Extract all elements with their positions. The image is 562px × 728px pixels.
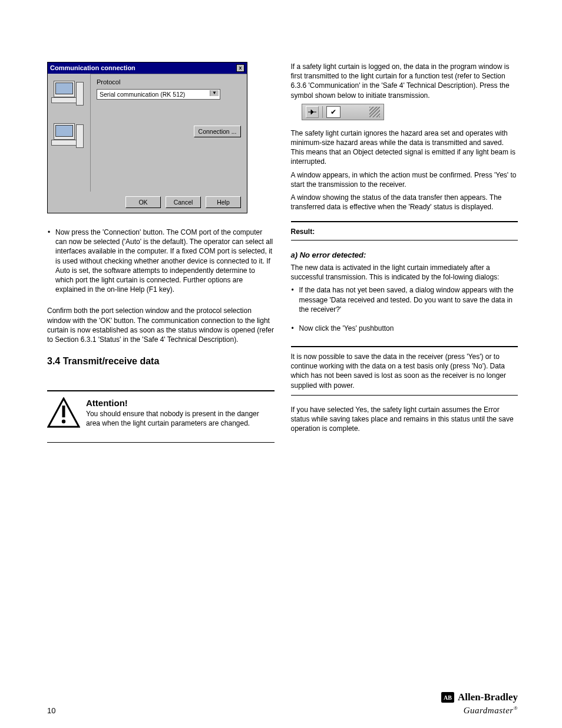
- svg-point-2: [62, 419, 65, 423]
- brand-sub-text: Guardmaster: [464, 706, 514, 715]
- right-column: If a safety light curtain is logged on, …: [291, 62, 518, 613]
- body-text: A window showing the status of the data …: [291, 193, 518, 212]
- warning-triangle-icon: [47, 397, 80, 428]
- rule-line: [291, 240, 518, 241]
- body-text: The new data is activated in the light c…: [291, 263, 518, 282]
- help-button[interactable]: Help: [206, 196, 241, 208]
- rule-line: [47, 390, 275, 391]
- dialog-icon-column: [48, 74, 90, 192]
- body-text: Now click the 'Yes' pushbutton: [299, 324, 394, 333]
- connection-button[interactable]: Connection ...: [194, 126, 241, 137]
- dialog-body: Protocol Serial communication (RK 512) C…: [48, 74, 247, 192]
- body-text: If the data has not yet been saved, a di…: [299, 285, 518, 314]
- brand-logo: AB Allen-Bradley Guardmaster®: [441, 691, 518, 716]
- body-text: The safety light curtain ignores the haz…: [291, 129, 518, 167]
- rule-line: [291, 221, 518, 222]
- dialog-title: Communication connection: [50, 64, 135, 73]
- bullet-dot-icon: •: [291, 285, 295, 318]
- body-text: Now press the 'Connection' button. The C…: [55, 228, 275, 294]
- computer-icon: [50, 120, 83, 150]
- ruled-section: Result:: [291, 221, 518, 241]
- rule-line: [291, 346, 518, 347]
- page-number: 10: [47, 706, 55, 716]
- body-text: It is now possible to save the data in t…: [291, 352, 518, 390]
- bullet-dot-icon: •: [291, 324, 295, 337]
- svg-rect-1: [62, 406, 65, 417]
- body-text: A window appears, in which the action mu…: [291, 170, 518, 189]
- section-heading: 3.4 Transmit/receive data: [47, 355, 275, 368]
- attention-text: You should ensure that nobody is present…: [86, 409, 275, 428]
- toolbar-graphic: ✔: [302, 104, 384, 120]
- bullet-item: • Now click the 'Yes' pushbutton: [291, 324, 518, 337]
- protocol-group-label: Protocol: [97, 78, 241, 87]
- brand-subline: Guardmaster®: [441, 704, 518, 716]
- page-footer: 10 AB Allen-Bradley Guardmaster®: [0, 691, 562, 716]
- bullet-item: • If the data has not yet been saved, a …: [291, 285, 518, 318]
- result-label: Result:: [291, 228, 315, 236]
- attention-text-wrap: Attention! You should ensure that nobody…: [86, 397, 275, 434]
- dialog-right-pane: Protocol Serial communication (RK 512) C…: [90, 74, 247, 192]
- body-text: Confirm both the port selection window a…: [47, 306, 275, 344]
- bullet-item: • Now press the 'Connection' button. The…: [47, 228, 275, 300]
- protocol-select-value: Serial communication (RK 512): [100, 91, 185, 98]
- bullet-dot-icon: •: [47, 228, 51, 300]
- ok-button[interactable]: OK: [125, 196, 161, 208]
- rule-line: [291, 395, 518, 396]
- brand-name: Allen-Bradley: [458, 691, 518, 704]
- page-body: Communication connection x Protocol Seri…: [0, 0, 562, 648]
- close-icon[interactable]: x: [236, 64, 244, 72]
- brand-badge-icon: AB: [441, 692, 454, 703]
- dialog-button-row: OK Cancel Help: [48, 192, 247, 213]
- computer-icon: [50, 77, 83, 108]
- transmit-icon: [306, 106, 319, 118]
- body-text: If a safety light curtain is logged on, …: [291, 62, 518, 100]
- attention-body: Attention! You should ensure that nobody…: [47, 395, 275, 439]
- checkbox-icon: ✔: [326, 106, 340, 118]
- resize-grip-icon: [369, 107, 380, 117]
- step-heading: a) No error detected:: [291, 250, 518, 261]
- dialog-titlebar: Communication connection x: [48, 62, 247, 74]
- attention-block: Attention! You should ensure that nobody…: [47, 390, 275, 443]
- body-text: If you have selected Yes, the safety lig…: [291, 405, 518, 434]
- rule-line: [47, 442, 275, 443]
- left-column: Communication connection x Protocol Seri…: [47, 62, 275, 613]
- attention-title: Attention!: [86, 397, 275, 409]
- ruled-section: It is now possible to save the data in t…: [291, 346, 518, 396]
- protocol-select[interactable]: Serial communication (RK 512): [97, 89, 220, 100]
- trademark-icon: ®: [514, 705, 518, 711]
- toolbar-separator-icon: [322, 106, 323, 118]
- dialog-communication-connection: Communication connection x Protocol Seri…: [47, 62, 247, 213]
- cancel-button[interactable]: Cancel: [166, 196, 201, 208]
